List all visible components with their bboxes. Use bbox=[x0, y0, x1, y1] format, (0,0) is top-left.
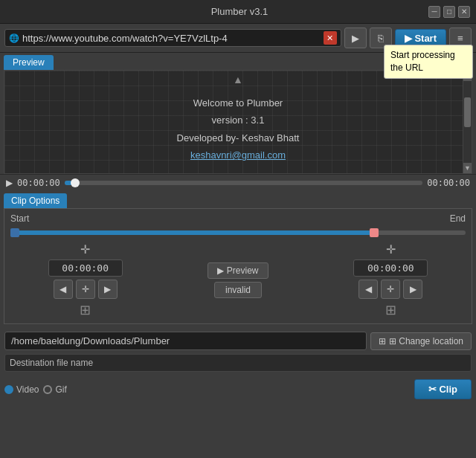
nav-row-right: ◀ ✛ ▶ bbox=[358, 280, 422, 299]
nav-center-right[interactable]: ✛ bbox=[381, 280, 400, 299]
preview-email[interactable]: keshavnri@gmail.com bbox=[177, 146, 300, 164]
range-fill bbox=[10, 230, 375, 235]
tooltip: Start processing the URL bbox=[384, 45, 473, 79]
video-icon-button[interactable]: ▶ bbox=[344, 28, 367, 48]
scroll-down-button[interactable]: ▼ bbox=[463, 163, 472, 173]
timeline-track[interactable] bbox=[65, 181, 422, 185]
nav-center-left[interactable]: ✛ bbox=[76, 280, 95, 299]
gif-radio-label: Gif bbox=[55, 384, 66, 395]
clip-options-tab[interactable]: Clip Options bbox=[4, 193, 67, 208]
video-radio-indicator bbox=[4, 385, 13, 394]
title-bar: Plumber v3.1 ─ □ ✕ bbox=[0, 0, 476, 24]
format-clip-row: Video Gif ✂ Clip bbox=[0, 375, 476, 403]
change-location-label: ⊞ Change location bbox=[389, 336, 463, 346]
scroll-thumb[interactable] bbox=[464, 97, 471, 127]
range-handle-left[interactable] bbox=[10, 228, 19, 237]
nav-next-left[interactable]: ▶ bbox=[98, 280, 118, 299]
minimize-button[interactable]: ─ bbox=[428, 6, 440, 18]
start-end-row: Start End bbox=[10, 213, 466, 224]
preview-line2: version : 3.1 bbox=[177, 112, 300, 129]
close-button[interactable]: ✕ bbox=[458, 6, 470, 18]
playback-time-start: 00:00:00 bbox=[17, 178, 60, 188]
screenshot-icon-right[interactable]: ⊞ bbox=[385, 302, 396, 318]
nav-next-right[interactable]: ▶ bbox=[403, 280, 422, 299]
nav-prev-left[interactable]: ◀ bbox=[54, 280, 73, 299]
preview-tab[interactable]: Preview bbox=[4, 55, 54, 70]
destination-file-row: Destination file name bbox=[4, 354, 472, 372]
time-display-end[interactable]: 00:00:00 bbox=[353, 259, 428, 277]
window-title: Plumber v3.1 bbox=[51, 6, 428, 17]
preview-line3: Developed by- Keshav Bhatt bbox=[177, 129, 300, 146]
format-radio-group: Video Gif bbox=[4, 384, 67, 395]
clip-col-center: ▶ Preview invalid bbox=[163, 242, 312, 319]
playback-time-end: 00:00:00 bbox=[427, 178, 470, 188]
time-display-start[interactable]: 00:00:00 bbox=[48, 259, 123, 277]
path-input[interactable] bbox=[4, 332, 367, 350]
maximize-button[interactable]: □ bbox=[443, 6, 455, 18]
clip-col-left: ✛ 00:00:00 ◀ ✛ ▶ ⊞ bbox=[10, 242, 160, 318]
change-location-button[interactable]: ⊞ ⊞ Change location bbox=[370, 332, 472, 350]
video-radio-label: Video bbox=[16, 384, 39, 395]
timeline-thumb[interactable] bbox=[71, 178, 80, 187]
clip-col-right: ✛ 00:00:00 ◀ ✛ ▶ ⊞ bbox=[316, 242, 466, 318]
play-button[interactable]: ▶ bbox=[6, 178, 13, 188]
clip-options-header: Clip Options bbox=[0, 191, 476, 208]
screenshot-icon-left[interactable]: ⊞ bbox=[80, 302, 91, 318]
clip-action-label: ✂ Clip bbox=[428, 384, 457, 395]
scroll-track bbox=[463, 81, 472, 163]
url-input-wrap: 🌐 ✕ bbox=[4, 29, 341, 47]
preview-text: Welcome to Plumber version : 3.1 Develop… bbox=[177, 87, 300, 168]
clip-controls: ✛ 00:00:00 ◀ ✛ ▶ ⊞ ▶ Preview invalid ✛ 0… bbox=[10, 242, 466, 319]
status-display: invalid bbox=[214, 282, 262, 298]
path-row: ⊞ ⊞ Change location bbox=[0, 328, 476, 354]
preview-line1: Welcome to Plumber bbox=[177, 94, 300, 112]
format-gif-radio[interactable]: Gif bbox=[43, 384, 66, 395]
gif-radio-indicator bbox=[43, 385, 52, 394]
range-handle-right[interactable] bbox=[370, 228, 379, 237]
change-location-icon: ⊞ bbox=[379, 336, 386, 346]
window-controls: ─ □ ✕ bbox=[428, 6, 470, 18]
url-input[interactable] bbox=[22, 33, 321, 44]
clip-action-button[interactable]: ✂ Clip bbox=[414, 379, 472, 399]
playback-row: ▶ 00:00:00 00:00:00 bbox=[0, 174, 476, 191]
range-slider[interactable] bbox=[10, 227, 466, 237]
format-video-radio[interactable]: Video bbox=[4, 384, 39, 395]
preview-mini-label: ▶ Preview bbox=[217, 265, 258, 276]
move-icon-left[interactable]: ✛ bbox=[80, 242, 90, 257]
url-clear-button[interactable]: ✕ bbox=[324, 31, 337, 45]
start-label: Start bbox=[10, 213, 29, 224]
move-icon-right[interactable]: ✛ bbox=[386, 242, 396, 257]
nav-row-left: ◀ ✛ ▶ bbox=[54, 280, 118, 299]
start-button-label: ▶ Start bbox=[405, 33, 437, 44]
settings-icon: ≡ bbox=[457, 33, 463, 44]
nav-prev-right[interactable]: ◀ bbox=[358, 280, 378, 299]
url-globe-icon: 🌐 bbox=[9, 33, 19, 43]
preview-mini-button[interactable]: ▶ Preview bbox=[208, 262, 268, 279]
clip-options-body: Start End ✛ 00:00:00 ◀ ✛ ▶ ⊞ ▶ Preview i… bbox=[4, 208, 472, 324]
preview-area: ▲ Welcome to Plumber version : 3.1 Devel… bbox=[4, 70, 472, 174]
end-label: End bbox=[450, 213, 466, 224]
dest-label: Destination file name bbox=[10, 358, 93, 368]
tooltip-text: Start processing the URL bbox=[384, 45, 473, 79]
